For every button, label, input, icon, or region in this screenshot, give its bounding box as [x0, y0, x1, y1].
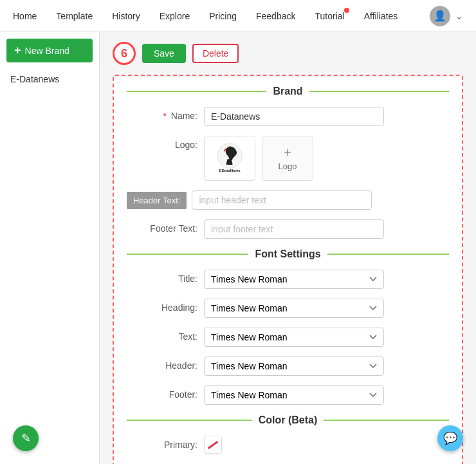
new-brand-button[interactable]: + New Brand [6, 39, 93, 62]
footer-text-row: Footer Text: [127, 219, 449, 239]
color-section-title: Color (Beta) [259, 414, 318, 426]
font-text-label: Text: [127, 328, 204, 342]
main-layout: + New Brand E-Datanews 6 Save Delete Bra… [0, 32, 476, 464]
logo-area: EDataNews + Logo [204, 136, 313, 181]
chevron-down-icon[interactable]: ⌄ [455, 11, 463, 21]
font-header-label: Header: [127, 357, 204, 371]
nav-item-tutorial[interactable]: Tutorial [315, 11, 344, 21]
nav-item-history[interactable]: History [112, 11, 140, 21]
font-text-row: Text: Times New Roman [127, 328, 449, 347]
primary-color-label: Primary: [127, 436, 204, 450]
nav-item-feedback[interactable]: Feedback [256, 11, 295, 21]
header-text-row: Header Text: [127, 190, 449, 210]
nav-item-pricing[interactable]: Pricing [209, 11, 237, 21]
font-heading-label: Heading: [127, 299, 204, 313]
toolbar: 6 Save Delete [113, 42, 463, 65]
font-text-select[interactable]: Times New Roman [204, 328, 384, 347]
font-title-select[interactable]: Times New Roman Arial Helvetica Georgia [204, 270, 384, 289]
nav-item-template[interactable]: Template [56, 11, 93, 21]
color-section-line-left [127, 420, 252, 421]
svg-text:EDataNews: EDataNews [219, 168, 241, 172]
section-line-right [309, 91, 449, 92]
add-logo-plus-icon: + [284, 145, 291, 160]
logo-image-box: EDataNews [204, 136, 255, 181]
floating-chat-button[interactable]: 💬 [437, 425, 463, 451]
nav-item-home[interactable]: Home [13, 11, 37, 21]
font-section-line-left [127, 254, 248, 255]
font-section-header: Font Settings [127, 248, 449, 260]
plus-icon: + [14, 44, 21, 57]
edit-icon: ✎ [21, 431, 31, 445]
font-title-label: Title: [127, 270, 204, 284]
color-section-header: Color (Beta) [127, 414, 449, 426]
font-section-title: Font Settings [255, 248, 320, 260]
font-title-row: Title: Times New Roman Arial Helvetica G… [127, 270, 449, 289]
delete-button[interactable]: Delete [192, 44, 239, 63]
font-header-row: Header: Times New Roman [127, 357, 449, 376]
nav-items: Home Template History Explore Pricing Fe… [13, 11, 430, 21]
name-row: * Name: [127, 107, 449, 126]
brand-section-title: Brand [273, 86, 302, 97]
name-input[interactable] [204, 107, 384, 126]
nav-item-affiliates[interactable]: Affiliates [364, 11, 398, 21]
font-heading-select[interactable]: Times New Roman [204, 299, 384, 318]
tutorial-badge [344, 8, 349, 13]
top-navigation: Home Template History Explore Pricing Fe… [0, 0, 476, 32]
add-logo-button[interactable]: + Logo [262, 136, 313, 181]
header-text-input[interactable] [192, 190, 372, 210]
user-avatar[interactable]: 👤 [430, 6, 450, 26]
brand-section-header: Brand [127, 86, 449, 97]
name-label: * Name: [127, 107, 204, 121]
brand-form-card: Brand * Name: Logo: [113, 75, 463, 464]
user-icon: 👤 [434, 10, 446, 22]
footer-text-input[interactable] [204, 219, 384, 239]
header-text-label: Header Text: [127, 192, 187, 209]
primary-color-row: Primary: [127, 436, 449, 454]
required-star: * [163, 111, 166, 121]
color-section-line-right [324, 420, 449, 421]
sidebar: + New Brand E-Datanews [0, 32, 100, 464]
floating-edit-button[interactable]: ✎ [13, 425, 39, 451]
section-line-left [127, 91, 266, 92]
font-section-line-right [327, 254, 449, 255]
logo-row: Logo: EDataNews [127, 136, 449, 181]
main-content: 6 Save Delete Brand * Name: Logo [100, 32, 476, 464]
step-badge: 6 [113, 42, 136, 65]
nav-item-explore[interactable]: Explore [160, 11, 190, 21]
font-header-select[interactable]: Times New Roman [204, 357, 384, 376]
save-button[interactable]: Save [142, 44, 186, 63]
add-logo-label: Logo [279, 162, 297, 171]
color-line-icon [208, 441, 218, 449]
sidebar-item-edatanews[interactable]: E-Datanews [0, 69, 99, 89]
primary-color-swatch[interactable] [204, 436, 222, 454]
logo-label: Logo: [127, 136, 204, 150]
font-footer-select[interactable]: Times New Roman [204, 385, 384, 405]
font-footer-label: Footer: [127, 385, 204, 400]
chat-icon: 💬 [443, 431, 457, 445]
font-heading-row: Heading: Times New Roman [127, 299, 449, 318]
footer-text-label: Footer Text: [127, 219, 204, 234]
nav-right: 👤 ⌄ [430, 6, 463, 26]
new-brand-label: New Brand [25, 46, 69, 56]
font-footer-row: Footer: Times New Roman [127, 385, 449, 405]
